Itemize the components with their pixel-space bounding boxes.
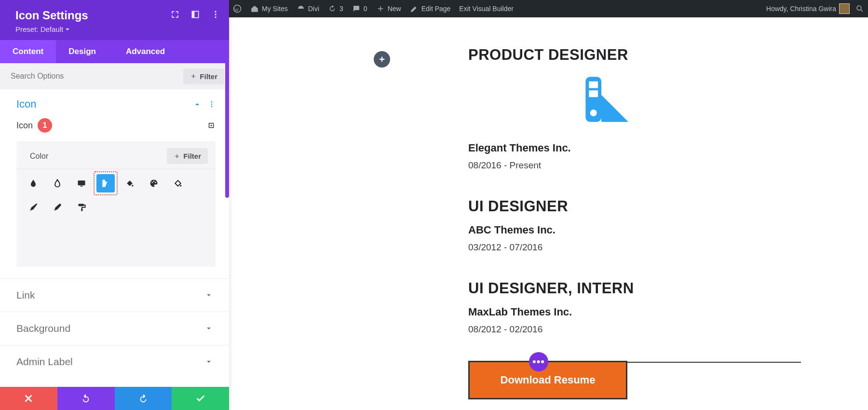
new-link[interactable]: New bbox=[376, 4, 401, 13]
redo-button[interactable] bbox=[115, 387, 172, 410]
tab-content[interactable]: Content bbox=[0, 40, 56, 63]
icon-option-fill-drip[interactable] bbox=[48, 174, 67, 192]
icon-option-tint[interactable] bbox=[24, 174, 42, 192]
scrollbar-thumb[interactable] bbox=[225, 53, 229, 198]
panel-header: Icon Settings Preset: Default bbox=[0, 0, 229, 40]
brush-icon bbox=[28, 203, 38, 212]
svg-point-22 bbox=[180, 185, 181, 186]
icon-option-paint-bucket[interactable] bbox=[121, 174, 139, 192]
comments-link[interactable]: 0 bbox=[352, 4, 367, 13]
icon-option-palette[interactable] bbox=[145, 174, 163, 192]
wp-admin-bar: My Sites Divi 3 0 New Edit Page Exit Vis… bbox=[229, 0, 868, 17]
tint-icon bbox=[28, 178, 38, 188]
icon-filter-button[interactable]: Filter bbox=[167, 148, 208, 164]
svg-rect-27 bbox=[589, 90, 598, 97]
download-module[interactable]: •••Download Resume bbox=[468, 362, 801, 363]
svg-point-20 bbox=[153, 181, 155, 182]
svg-rect-26 bbox=[589, 82, 598, 88]
exit-visual-builder-link[interactable]: Exit Visual Builder bbox=[459, 5, 514, 13]
chevron-down-icon bbox=[205, 291, 213, 299]
job-dates: 08/2012 - 02/2016 bbox=[468, 324, 801, 335]
icon-option-computer[interactable] bbox=[72, 174, 91, 192]
svg-point-17 bbox=[103, 185, 105, 186]
accordion-admin-label[interactable]: Admin Label bbox=[0, 345, 229, 378]
plus-icon bbox=[376, 4, 385, 13]
panel-tabs: Content Design Advanced bbox=[0, 40, 229, 63]
chevron-down-icon bbox=[205, 325, 213, 332]
job-title: UI DESIGNER, INTERN bbox=[468, 280, 801, 297]
search-row: Filter bbox=[0, 63, 229, 89]
job-company: MaxLab Themes Inc. bbox=[468, 306, 801, 318]
svg-point-7 bbox=[211, 101, 213, 103]
pencil-icon bbox=[410, 4, 419, 13]
crosshair-icon[interactable] bbox=[207, 121, 216, 130]
search-toggle[interactable] bbox=[855, 4, 864, 13]
refresh-icon bbox=[328, 4, 337, 13]
paint-bucket-icon bbox=[125, 178, 135, 188]
swatch-icon bbox=[101, 178, 110, 188]
panel-scrollbar[interactable] bbox=[225, 53, 229, 387]
expand-icon[interactable] bbox=[170, 10, 180, 19]
svg-point-4 bbox=[215, 11, 216, 13]
howdy-user[interactable]: Howdy, Christina Gwira bbox=[766, 3, 850, 14]
edit-page-link[interactable]: Edit Page bbox=[410, 4, 451, 13]
add-section-button[interactable]: + bbox=[374, 51, 390, 68]
wp-logo[interactable] bbox=[233, 4, 242, 13]
divi-link[interactable]: Divi bbox=[297, 4, 319, 13]
icon-option-roller-alt[interactable] bbox=[169, 174, 187, 192]
accordion-link[interactable]: Link bbox=[0, 278, 229, 312]
icon-option-brush[interactable] bbox=[24, 198, 42, 217]
icon-option-swatch[interactable] bbox=[96, 174, 115, 192]
panel-footer bbox=[0, 387, 229, 410]
module-menu-button[interactable]: ••• bbox=[529, 352, 548, 371]
svg-point-1 bbox=[857, 6, 861, 10]
palette-icon bbox=[149, 178, 159, 188]
svg-point-19 bbox=[151, 182, 153, 183]
tab-design[interactable]: Design bbox=[56, 40, 108, 63]
undo-icon bbox=[81, 393, 91, 404]
page-preview: + PRODUCT DESIGNERElegant Themes Inc.08/… bbox=[229, 17, 868, 410]
more-icon[interactable] bbox=[208, 100, 216, 108]
tab-advanced[interactable]: Advanced bbox=[113, 40, 177, 63]
svg-rect-3 bbox=[192, 11, 194, 17]
more-icon[interactable] bbox=[211, 10, 220, 19]
accordion-background[interactable]: Background bbox=[0, 312, 229, 345]
fill-drip-icon bbox=[53, 178, 62, 188]
caret-down-icon bbox=[65, 27, 70, 32]
save-button[interactable] bbox=[172, 387, 229, 410]
resume-content: PRODUCT DESIGNERElegant Themes Inc.08/20… bbox=[468, 46, 801, 363]
annotation-badge-1: 1 bbox=[38, 118, 52, 133]
check-icon bbox=[195, 393, 206, 404]
search-input[interactable] bbox=[5, 67, 183, 85]
preset-dropdown[interactable]: Preset: Default bbox=[15, 25, 219, 33]
search-icon bbox=[855, 4, 864, 13]
filter-button[interactable]: Filter bbox=[183, 68, 224, 84]
my-sites-link[interactable]: My Sites bbox=[250, 4, 288, 13]
download-button[interactable]: Download Resume bbox=[468, 361, 627, 399]
icon-field-label-row: Icon 1 bbox=[0, 116, 229, 137]
job-dates: 08/2016 - Present bbox=[468, 160, 801, 171]
redo-icon bbox=[138, 393, 149, 404]
job-dates: 03/2012 - 07/2016 bbox=[468, 242, 801, 253]
section-header-icon[interactable]: Icon bbox=[0, 89, 229, 116]
roller-alt-icon bbox=[173, 178, 183, 188]
job-icon-module[interactable] bbox=[468, 72, 748, 130]
svg-rect-14 bbox=[102, 180, 105, 187]
updates-link[interactable]: 3 bbox=[328, 4, 343, 13]
chevron-up-icon[interactable] bbox=[193, 100, 201, 108]
icon-option-brush-alt[interactable] bbox=[48, 198, 67, 217]
download-label: Download Resume bbox=[501, 374, 596, 386]
close-button[interactable] bbox=[0, 387, 57, 410]
svg-rect-24 bbox=[81, 209, 82, 211]
svg-point-5 bbox=[215, 14, 216, 15]
undo-button[interactable] bbox=[57, 387, 115, 410]
job-title: PRODUCT DESIGNER bbox=[468, 46, 801, 64]
icon-option-paint-roller[interactable] bbox=[72, 198, 91, 217]
svg-rect-15 bbox=[103, 180, 105, 182]
snap-icon[interactable] bbox=[190, 10, 200, 19]
svg-point-9 bbox=[211, 106, 213, 107]
close-icon bbox=[23, 393, 34, 404]
job-company: ABC Themes Inc. bbox=[468, 224, 801, 236]
chevron-down-icon bbox=[205, 358, 213, 366]
svg-rect-12 bbox=[78, 180, 85, 185]
